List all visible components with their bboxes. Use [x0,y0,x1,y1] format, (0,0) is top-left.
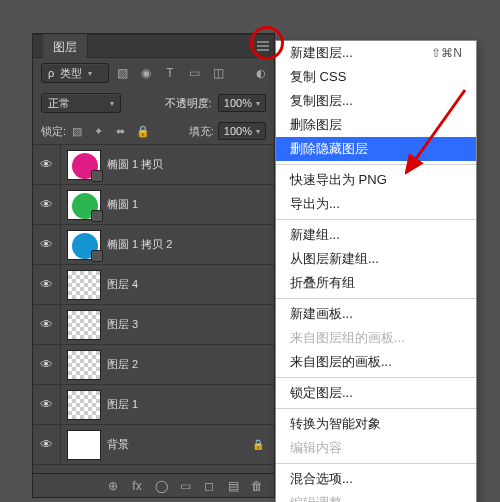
menu-separator [276,377,476,378]
menu-item[interactable]: 转换为智能对象 [276,412,476,436]
footer-icon[interactable]: ◯ [154,479,168,493]
layer-thumbnail[interactable] [67,390,101,420]
layer-name[interactable]: 图层 2 [107,357,138,372]
vector-badge-icon [91,170,103,182]
layer-row[interactable]: 👁图层 2 [33,345,274,385]
annotation-arrow [405,85,475,175]
vector-badge-icon [91,250,103,262]
menu-item[interactable]: 导出为... [276,192,476,216]
lock-icon[interactable]: ⬌ [114,125,127,138]
menu-item-label: 导出为... [290,195,340,213]
vector-badge-icon [91,210,103,222]
menu-item: 编辑调整... [276,491,476,502]
layer-thumbnail[interactable] [67,230,101,260]
layer-name[interactable]: 背景 [107,437,129,452]
layer-name[interactable]: 椭圆 1 拷贝 2 [107,237,172,252]
menu-item-label: 编辑调整... [290,494,353,502]
menu-item-label: 新建组... [290,226,340,244]
menu-item-label: 锁定图层... [290,384,353,402]
fill-value: 100% [224,125,252,137]
layer-thumbnail[interactable] [67,270,101,300]
opacity-value: 100% [224,97,252,109]
filter-row: ρ 类型 ▾ ▧◉T▭◫ ◐ [33,58,274,88]
layer-thumbnail[interactable] [67,310,101,340]
visibility-toggle[interactable]: 👁 [33,145,61,184]
layer-name[interactable]: 图层 3 [107,317,138,332]
layer-thumbnail[interactable] [67,430,101,460]
layer-name[interactable]: 图层 4 [107,277,138,292]
visibility-toggle[interactable]: 👁 [33,305,61,344]
layers-panel: 图层 ρ 类型 ▾ ▧◉T▭◫ ◐ 正常 ▾ 不透明度: 100% ▾ 锁定: … [32,33,275,498]
layer-list[interactable]: 👁椭圆 1 拷贝👁椭圆 1👁椭圆 1 拷贝 2👁图层 4👁图层 3👁图层 2👁图… [33,145,274,473]
menu-item[interactable]: 新建组... [276,223,476,247]
footer-icon[interactable]: ⊕ [106,479,120,493]
filter-icon[interactable]: T [163,66,177,80]
caret-down-icon: ▾ [88,69,92,78]
caret-down-icon: ▾ [110,99,114,108]
lock-icon[interactable]: 🔒 [136,125,149,138]
menu-item-label: 新建画板... [290,305,353,323]
menu-item-label: 折叠所有组 [290,274,355,292]
menu-separator [276,298,476,299]
layer-row[interactable]: 👁图层 3 [33,305,274,345]
layer-thumbnail[interactable] [67,190,101,220]
footer-icon[interactable]: 🗑 [250,479,264,493]
tab-gutter [33,34,43,57]
menu-item[interactable]: 新建画板... [276,302,476,326]
blend-row: 正常 ▾ 不透明度: 100% ▾ [33,88,274,118]
layer-thumbnail[interactable] [67,350,101,380]
menu-item-label: 来自图层的画板... [290,353,392,371]
visibility-toggle[interactable]: 👁 [33,225,61,264]
menu-separator [276,219,476,220]
caret-down-icon: ▾ [256,127,260,136]
visibility-toggle[interactable]: 👁 [33,345,61,384]
fill-input[interactable]: 100% ▾ [218,122,266,140]
lock-row: 锁定: ▧✦⬌🔒 填充: 100% ▾ [33,118,274,145]
menu-item[interactable]: 锁定图层... [276,381,476,405]
menu-item[interactable]: 折叠所有组 [276,271,476,295]
menu-item[interactable]: 新建图层...⇧⌘N [276,41,476,65]
visibility-toggle[interactable]: 👁 [33,185,61,224]
layer-row[interactable]: 👁图层 4 [33,265,274,305]
layer-name[interactable]: 椭圆 1 [107,197,138,212]
menu-item-label: 从图层新建组... [290,250,379,268]
opacity-input[interactable]: 100% ▾ [218,94,266,112]
layer-row[interactable]: 👁椭圆 1 [33,185,274,225]
layer-name[interactable]: 椭圆 1 拷贝 [107,157,163,172]
tab-spacer [88,34,252,57]
caret-down-icon: ▾ [256,99,260,108]
menu-item-label: 混合选项... [290,470,353,488]
menu-item-label: 编辑内容 [290,439,342,457]
layer-row[interactable]: 👁椭圆 1 拷贝 [33,145,274,185]
layer-thumbnail[interactable] [67,150,101,180]
kind-select[interactable]: ρ 类型 ▾ [41,63,109,83]
menu-item[interactable]: 来自图层的画板... [276,350,476,374]
visibility-toggle[interactable]: 👁 [33,425,61,464]
filter-icons: ▧◉T▭◫ [115,66,225,80]
filter-icon[interactable]: ▭ [187,66,201,80]
footer-icon[interactable]: ▭ [178,479,192,493]
footer-icon[interactable]: ▤ [226,479,240,493]
lock-icon[interactable]: ✦ [92,125,105,138]
blend-mode-select[interactable]: 正常 ▾ [41,93,121,113]
lock-icon[interactable]: ▧ [70,125,83,138]
layer-row[interactable]: 👁图层 1 [33,385,274,425]
menu-item[interactable]: 混合选项... [276,467,476,491]
footer-icon[interactable]: fx [130,479,144,493]
menu-item[interactable]: 从图层新建组... [276,247,476,271]
footer-icon[interactable]: ◻ [202,479,216,493]
layer-row[interactable]: 👁椭圆 1 拷贝 2 [33,225,274,265]
visibility-toggle[interactable]: 👁 [33,385,61,424]
menu-item-label: 转换为智能对象 [290,415,381,433]
filter-icon[interactable]: ◫ [211,66,225,80]
visibility-toggle[interactable]: 👁 [33,265,61,304]
menu-item-label: 复制图层... [290,92,353,110]
toggle-icon[interactable]: ◐ [256,67,266,80]
menu-item-label: 来自图层组的画板... [290,329,405,347]
layer-row[interactable]: 👁背景🔒 [33,425,274,465]
filter-icon[interactable]: ◉ [139,66,153,80]
menu-shortcut: ⇧⌘N [431,46,462,60]
layers-tab[interactable]: 图层 [43,34,88,58]
filter-icon[interactable]: ▧ [115,66,129,80]
layer-name[interactable]: 图层 1 [107,397,138,412]
